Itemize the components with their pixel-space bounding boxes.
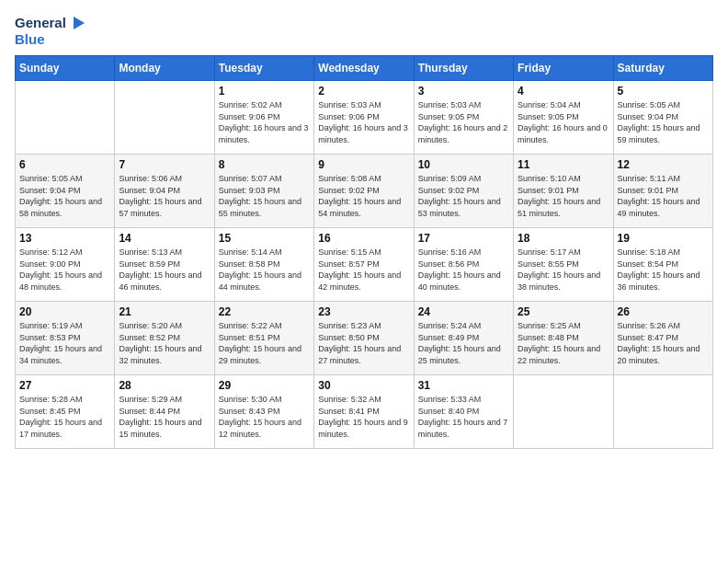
day-cell [115,81,214,155]
day-cell: 5Sunrise: 5:05 AMSunset: 9:04 PMDaylight… [613,81,712,155]
day-info: Sunrise: 5:29 AMSunset: 8:44 PMDaylight:… [119,394,210,440]
day-cell: 18Sunrise: 5:17 AMSunset: 8:55 PMDayligh… [514,228,613,302]
day-info: Sunrise: 5:03 AMSunset: 9:05 PMDaylight:… [418,99,509,145]
day-number: 7 [119,158,210,171]
header-friday: Friday [514,56,613,81]
day-info: Sunrise: 5:33 AMSunset: 8:40 PMDaylight:… [418,394,509,440]
day-info: Sunrise: 5:16 AMSunset: 8:56 PMDaylight:… [418,247,509,293]
calendar-body: 1Sunrise: 5:02 AMSunset: 9:06 PMDaylight… [16,81,713,449]
week-row-3: 13Sunrise: 5:12 AMSunset: 9:00 PMDayligh… [16,228,713,302]
day-info: Sunrise: 5:22 AMSunset: 8:51 PMDaylight:… [219,320,310,366]
day-info: Sunrise: 5:07 AMSunset: 9:03 PMDaylight:… [219,173,310,219]
day-info: Sunrise: 5:25 AMSunset: 8:48 PMDaylight:… [518,320,609,366]
day-number: 15 [219,232,310,245]
day-number: 9 [318,158,409,171]
day-number: 23 [318,305,409,318]
day-number: 18 [518,232,609,245]
day-cell: 20Sunrise: 5:19 AMSunset: 8:53 PMDayligh… [16,302,115,375]
day-number: 4 [518,85,609,98]
day-info: Sunrise: 5:11 AMSunset: 9:01 PMDaylight:… [618,173,709,219]
day-cell: 7Sunrise: 5:06 AMSunset: 9:04 PMDaylight… [115,155,214,228]
day-cell: 13Sunrise: 5:12 AMSunset: 9:00 PMDayligh… [16,228,115,302]
day-number: 10 [418,158,509,171]
day-number: 19 [618,232,709,245]
day-number: 20 [19,305,110,318]
day-info: Sunrise: 5:15 AMSunset: 8:57 PMDaylight:… [318,247,409,293]
header-sunday: Sunday [16,56,115,81]
day-cell [514,375,613,449]
day-cell: 9Sunrise: 5:08 AMSunset: 9:02 PMDaylight… [314,155,414,228]
day-number: 1 [219,85,310,98]
calendar-table: Sunday Monday Tuesday Wednesday Thursday… [15,55,713,449]
day-cell: 6Sunrise: 5:05 AMSunset: 9:04 PMDaylight… [16,155,115,228]
day-cell: 23Sunrise: 5:23 AMSunset: 8:50 PMDayligh… [314,302,414,375]
day-number: 30 [318,379,409,392]
day-number: 21 [119,305,210,318]
day-number: 6 [19,158,110,171]
day-cell [16,81,115,155]
day-cell: 22Sunrise: 5:22 AMSunset: 8:51 PMDayligh… [214,302,313,375]
day-info: Sunrise: 5:20 AMSunset: 8:52 PMDaylight:… [119,320,210,366]
day-cell: 29Sunrise: 5:30 AMSunset: 8:43 PMDayligh… [214,375,313,449]
day-cell: 10Sunrise: 5:09 AMSunset: 9:02 PMDayligh… [414,155,513,228]
day-number: 28 [119,379,210,392]
day-cell: 17Sunrise: 5:16 AMSunset: 8:56 PMDayligh… [414,228,513,302]
day-cell: 19Sunrise: 5:18 AMSunset: 8:54 PMDayligh… [613,228,712,302]
day-cell: 8Sunrise: 5:07 AMSunset: 9:03 PMDaylight… [214,155,313,228]
day-info: Sunrise: 5:02 AMSunset: 9:06 PMDaylight:… [219,99,310,145]
day-info: Sunrise: 5:32 AMSunset: 8:41 PMDaylight:… [318,394,409,440]
day-info: Sunrise: 5:08 AMSunset: 9:02 PMDaylight:… [318,173,409,219]
day-info: Sunrise: 5:05 AMSunset: 9:04 PMDaylight:… [19,173,110,219]
day-info: Sunrise: 5:23 AMSunset: 8:50 PMDaylight:… [318,320,409,366]
day-info: Sunrise: 5:30 AMSunset: 8:43 PMDaylight:… [219,394,310,440]
day-info: Sunrise: 5:18 AMSunset: 8:54 PMDaylight:… [618,247,709,293]
day-number: 14 [119,232,210,245]
day-cell: 31Sunrise: 5:33 AMSunset: 8:40 PMDayligh… [414,375,513,449]
day-cell: 2Sunrise: 5:03 AMSunset: 9:06 PMDaylight… [314,81,414,155]
day-info: Sunrise: 5:17 AMSunset: 8:55 PMDaylight:… [518,247,609,293]
day-number: 26 [618,305,709,318]
day-number: 2 [318,85,409,98]
day-number: 29 [219,379,310,392]
header-saturday: Saturday [613,56,712,81]
weekday-header-row: Sunday Monday Tuesday Wednesday Thursday… [16,56,713,81]
day-info: Sunrise: 5:05 AMSunset: 9:04 PMDaylight:… [618,99,709,145]
day-number: 3 [418,85,509,98]
day-info: Sunrise: 5:26 AMSunset: 8:47 PMDaylight:… [618,320,709,366]
day-cell: 21Sunrise: 5:20 AMSunset: 8:52 PMDayligh… [115,302,214,375]
logo-text-general: General [15,15,66,31]
day-cell: 15Sunrise: 5:14 AMSunset: 8:58 PMDayligh… [214,228,313,302]
header-thursday: Thursday [414,56,513,81]
day-number: 16 [318,232,409,245]
week-row-4: 20Sunrise: 5:19 AMSunset: 8:53 PMDayligh… [16,302,713,375]
day-info: Sunrise: 5:14 AMSunset: 8:58 PMDaylight:… [219,247,310,293]
day-cell: 27Sunrise: 5:28 AMSunset: 8:45 PMDayligh… [16,375,115,449]
page-header: General Blue [15,15,713,48]
day-info: Sunrise: 5:13 AMSunset: 8:59 PMDaylight:… [119,247,210,293]
header-wednesday: Wednesday [314,56,414,81]
day-cell [613,375,712,449]
day-cell: 4Sunrise: 5:04 AMSunset: 9:05 PMDaylight… [514,81,613,155]
day-info: Sunrise: 5:19 AMSunset: 8:53 PMDaylight:… [19,320,110,366]
day-cell: 1Sunrise: 5:02 AMSunset: 9:06 PMDaylight… [214,81,313,155]
week-row-2: 6Sunrise: 5:05 AMSunset: 9:04 PMDaylight… [16,155,713,228]
day-info: Sunrise: 5:10 AMSunset: 9:01 PMDaylight:… [518,173,609,219]
day-number: 12 [618,158,709,171]
header-tuesday: Tuesday [214,56,313,81]
day-info: Sunrise: 5:09 AMSunset: 9:02 PMDaylight:… [418,173,509,219]
day-number: 31 [418,379,509,392]
day-number: 13 [19,232,110,245]
day-cell: 16Sunrise: 5:15 AMSunset: 8:57 PMDayligh… [314,228,414,302]
day-number: 17 [418,232,509,245]
day-number: 8 [219,158,310,171]
day-info: Sunrise: 5:12 AMSunset: 9:00 PMDaylight:… [19,247,110,293]
week-row-1: 1Sunrise: 5:02 AMSunset: 9:06 PMDaylight… [16,81,713,155]
day-cell: 14Sunrise: 5:13 AMSunset: 8:59 PMDayligh… [115,228,214,302]
day-info: Sunrise: 5:06 AMSunset: 9:04 PMDaylight:… [119,173,210,219]
day-cell: 11Sunrise: 5:10 AMSunset: 9:01 PMDayligh… [514,155,613,228]
day-cell: 3Sunrise: 5:03 AMSunset: 9:05 PMDaylight… [414,81,513,155]
day-cell: 28Sunrise: 5:29 AMSunset: 8:44 PMDayligh… [115,375,214,449]
day-info: Sunrise: 5:03 AMSunset: 9:06 PMDaylight:… [318,99,409,145]
day-cell: 25Sunrise: 5:25 AMSunset: 8:48 PMDayligh… [514,302,613,375]
day-number: 27 [19,379,110,392]
